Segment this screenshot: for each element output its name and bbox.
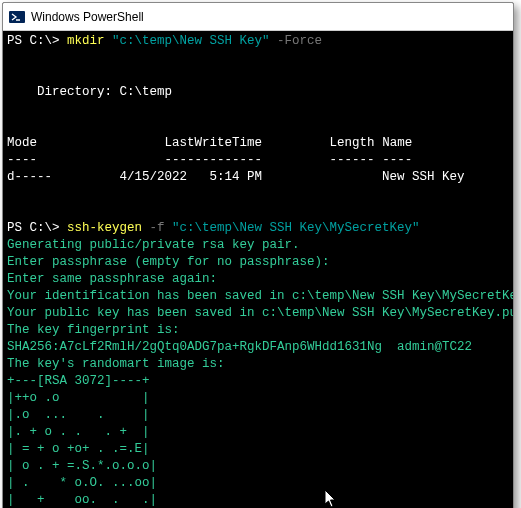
out-line: Enter passphrase (empty for no passphras… <box>7 255 330 269</box>
art-line: | o . + =.S.*.o.o.o| <box>7 459 157 473</box>
out-line: The key's randomart image is: <box>7 357 225 371</box>
hdr-mode: Mode <box>7 136 37 150</box>
row-date: 4/15/2022 <box>120 170 188 184</box>
terminal-output[interactable]: PS C:\> mkdir "c:\temp\New SSH Key" -For… <box>3 31 513 508</box>
hdr-name: Name <box>382 136 412 150</box>
dash-name: ---- <box>382 153 412 167</box>
art-line: |. + o . . . + | <box>7 425 150 439</box>
art-line: |.o ... . | <box>7 408 150 422</box>
prompt: PS C:\> <box>7 221 67 235</box>
row-mode: d----- <box>7 170 52 184</box>
window-title: Windows PowerShell <box>31 10 144 24</box>
out-line: Enter same passphrase again: <box>7 272 217 286</box>
prompt: PS C:\> <box>7 34 67 48</box>
cmd-mkdir: mkdir <box>67 34 105 48</box>
out-line: Your public key has been saved in c:\tem… <box>7 306 514 320</box>
row-name: New SSH Key <box>382 170 465 184</box>
dash-mode: ---- <box>7 153 37 167</box>
art-line: | . * o.O. ...oo| <box>7 476 157 490</box>
hdr-lwt: LastWriteTime <box>165 136 263 150</box>
out-line: The key fingerprint is: <box>7 323 180 337</box>
art-line: | + oo. . .| <box>7 493 157 507</box>
out-line: Generating public/private rsa key pair. <box>7 238 300 252</box>
powershell-icon <box>9 9 25 25</box>
powershell-window: Windows PowerShell PS C:\> mkdir "c:\tem… <box>2 2 514 508</box>
out-line: SHA256:A7cLf2RmlH/2gQtq0ADG7pa+RgkDFAnp6… <box>7 340 472 354</box>
dash-lwt: ------------- <box>165 153 263 167</box>
art-line: |++o .o | <box>7 391 150 405</box>
arg-path: "c:\temp\New SSH Key" <box>105 34 270 48</box>
hdr-len: Length <box>330 136 375 150</box>
flag-f: -f <box>142 221 172 235</box>
art-line: | = + o +o+ . .=.E| <box>7 442 150 456</box>
row-time: 5:14 PM <box>210 170 263 184</box>
dash-len: ------ <box>330 153 375 167</box>
dir-label: Directory: C:\temp <box>7 85 172 99</box>
arg-keypath: "c:\temp\New SSH Key\MySecretKey" <box>172 221 420 235</box>
cmd-sshkeygen: ssh-keygen <box>67 221 142 235</box>
out-line: Your identification has been saved in c:… <box>7 289 514 303</box>
flag-force: -Force <box>270 34 323 48</box>
titlebar[interactable]: Windows PowerShell <box>3 3 513 31</box>
art-line: +---[RSA 3072]----+ <box>7 374 150 388</box>
